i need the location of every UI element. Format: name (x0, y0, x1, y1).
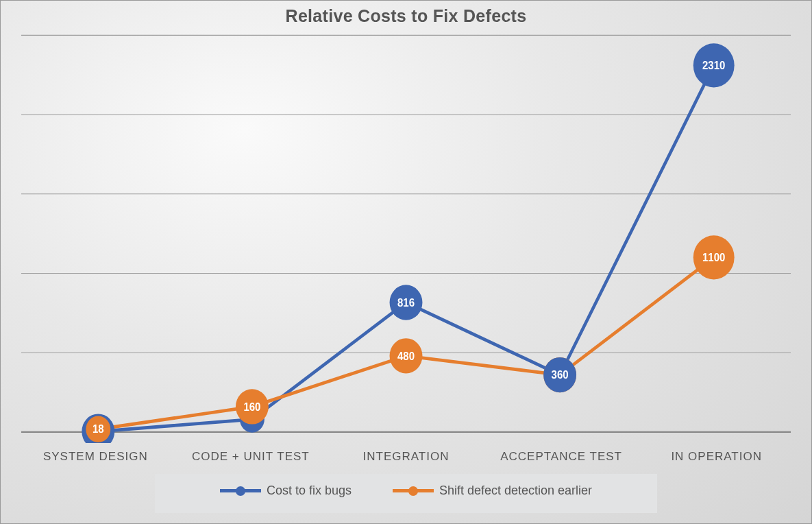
x-axis-label: INTEGRATION (328, 450, 484, 464)
data-label: 480 (397, 350, 415, 362)
chart-svg: 3.5188016048081636036011002310 (18, 32, 794, 443)
data-label: 360 (552, 369, 569, 381)
legend-marker-icon (220, 489, 261, 492)
data-label: 816 (397, 296, 415, 309)
x-axis-label: SYSTEM DESIGN (18, 450, 173, 464)
series-line (98, 65, 713, 431)
legend-label: Cost to fix bugs (267, 484, 352, 498)
plot-area: 3.5188016048081636036011002310 (18, 32, 794, 443)
legend-marker-icon (393, 489, 434, 492)
x-axis-label: CODE + UNIT TEST (173, 450, 329, 464)
legend-item: Cost to fix bugs (220, 484, 352, 498)
data-label: 1100 (702, 252, 725, 264)
data-label: 160 (243, 401, 260, 413)
chart-container: Relative Costs to Fix Defects 3.51880160… (1, 1, 811, 523)
data-label: 2310 (702, 60, 725, 72)
legend-item: Shift defect detection earlier (393, 484, 592, 498)
legend-label: Shift defect detection earlier (439, 484, 592, 498)
x-axis-label: IN OPERATION (639, 450, 794, 464)
x-axis: SYSTEM DESIGNCODE + UNIT TESTINTEGRATION… (1, 443, 811, 474)
data-label: 18 (93, 423, 104, 436)
chart-title: Relative Costs to Fix Defects (1, 1, 811, 32)
legend: Cost to fix bugsShift defect detection e… (155, 474, 657, 513)
x-axis-label: ACCEPTANCE TEST (484, 450, 639, 464)
